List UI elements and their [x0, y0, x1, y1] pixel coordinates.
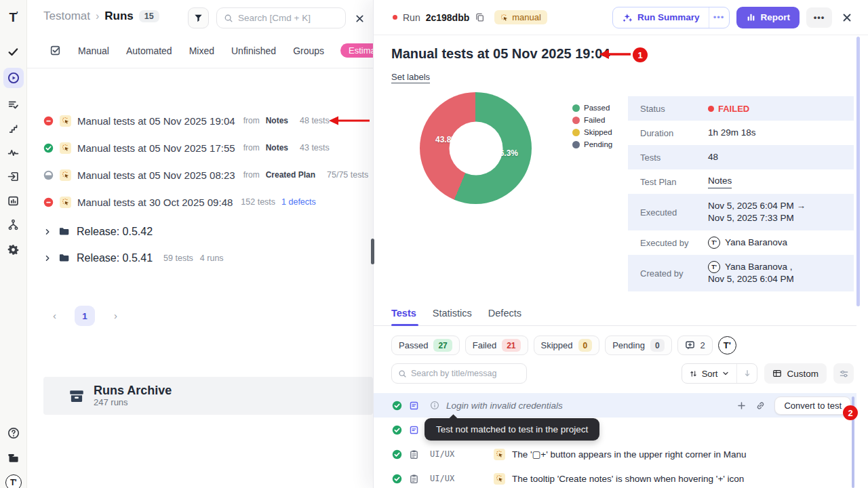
nav-milestones-icon[interactable]	[4, 119, 23, 138]
status-passed-icon	[43, 143, 54, 153]
chip-passed[interactable]: Passed27	[391, 336, 460, 355]
display-settings-button[interactable]	[833, 363, 854, 384]
set-labels-link[interactable]: Set labels	[391, 72, 430, 83]
filter-automated[interactable]: Automated	[126, 45, 172, 56]
folder-name: Release: 0.5.42	[77, 226, 153, 238]
run-from-label: from	[243, 170, 260, 180]
tests-search[interactable]	[391, 363, 527, 384]
nav-import-icon[interactable]	[4, 167, 23, 186]
run-summary-menu-button[interactable]: •••	[709, 7, 729, 28]
search-icon	[224, 14, 233, 23]
chevron-right-icon[interactable]	[43, 254, 52, 262]
archive-icon	[68, 388, 85, 404]
link-icon[interactable]	[755, 401, 766, 411]
folder-runs-count: 4 runs	[200, 253, 224, 263]
comments-count: 2	[701, 340, 705, 350]
projects-icon[interactable]	[4, 448, 23, 467]
more-options-button[interactable]: •••	[806, 7, 832, 28]
folder-tests-count: 59 tests	[163, 253, 193, 263]
filter-unfinished[interactable]: Unfinished	[231, 45, 276, 56]
run-summary-split-button: Run Summary •••	[612, 7, 730, 28]
legend-dot-skipped	[572, 129, 580, 136]
search-input[interactable]	[238, 13, 330, 23]
test-row[interactable]: UI/UX The tooltip 'Create notes' is show…	[374, 466, 856, 488]
arrow-down-icon	[743, 369, 752, 378]
tab-tests[interactable]: Tests	[391, 308, 416, 319]
app-logo[interactable]: T'	[4, 8, 23, 27]
breadcrumb-project[interactable]: Testomat	[43, 9, 90, 23]
run-defects-link[interactable]: 1 defects	[281, 197, 316, 207]
annotation-marker-2: 2	[843, 405, 858, 420]
tests-search-input[interactable]	[411, 369, 519, 378]
assignee-avatar[interactable]: T'	[718, 336, 736, 354]
chip-skipped[interactable]: Skipped0	[534, 336, 600, 355]
sliders-icon	[839, 369, 849, 379]
test-plan-link[interactable]: Notes	[708, 175, 732, 188]
nav-activity-icon[interactable]	[4, 143, 23, 162]
custom-view-button[interactable]: Custom	[764, 363, 827, 384]
filter-mixed[interactable]: Mixed	[189, 45, 214, 56]
run-tests-count: 43 tests	[300, 143, 330, 152]
user-avatar[interactable]: T'	[4, 473, 23, 488]
run-title: Manual tests at 05 Nov 2025 19:04	[77, 115, 235, 127]
select-all-icon[interactable]	[50, 45, 61, 56]
run-row[interactable]: Manual tests at 05 Nov 2025 17:55 from N…	[43, 134, 373, 161]
run-row[interactable]: Manual tests at 05 Nov 2025 19:04 from N…	[43, 107, 373, 134]
filter-estimate-badge[interactable]: Estima	[340, 43, 373, 60]
sort-button[interactable]: Sort	[682, 364, 737, 383]
clipboard-icon	[409, 449, 419, 460]
convert-to-test-button[interactable]: Convert to test	[774, 396, 851, 415]
info-icon[interactable]	[430, 401, 439, 410]
sort-group: Sort	[682, 363, 758, 384]
nav-runs-icon[interactable]	[3, 68, 24, 88]
nav-analytics-icon[interactable]	[4, 191, 23, 210]
breadcrumb-section[interactable]: Runs	[104, 9, 134, 23]
run-row[interactable]: Manual tests at 30 Oct 2025 09:48 152 te…	[43, 188, 373, 216]
close-filters-button[interactable]	[355, 12, 365, 24]
close-panel-icon[interactable]	[842, 12, 852, 23]
sparkles-icon	[622, 12, 633, 23]
page-number[interactable]: 1	[75, 306, 95, 326]
status-failed-value: FAILED	[708, 104, 749, 114]
chevron-right-icon[interactable]	[43, 228, 52, 236]
nav-tasks-icon[interactable]	[4, 42, 23, 61]
folder-row[interactable]: Release: 0.5.41 59 tests 4 runs	[43, 245, 373, 271]
runs-archive[interactable]: Runs Archive 247 runs	[43, 377, 373, 415]
tab-defects[interactable]: Defects	[488, 308, 521, 319]
nav-settings-icon[interactable]	[4, 240, 23, 259]
close-icon	[355, 14, 365, 24]
filter-groups[interactable]: Groups	[293, 45, 324, 56]
report-button[interactable]: Report	[736, 7, 800, 28]
left-panel-scrollbar[interactable]	[371, 239, 374, 264]
add-icon[interactable]	[736, 401, 747, 411]
legend-dot-pending	[572, 141, 580, 148]
sort-direction-button[interactable]	[736, 364, 757, 383]
donut-chart: 43.8% 56.3%	[420, 92, 532, 204]
help-icon[interactable]	[4, 424, 23, 443]
nav-branches-icon[interactable]	[4, 215, 23, 234]
nav-test-plans-icon[interactable]	[4, 95, 23, 114]
prev-page-button[interactable]: ‹	[53, 310, 56, 321]
folder-row[interactable]: Release: 0.5.42	[43, 218, 373, 245]
test-passed-icon	[392, 401, 402, 411]
test-suite-tag: UI/UX	[430, 474, 461, 483]
app-window: T' T' Testomat › Runs 15 Manual Automa	[0, 0, 868, 488]
user-avatar: T'	[708, 261, 720, 273]
copy-icon[interactable]	[475, 12, 485, 22]
filter-button[interactable]	[188, 7, 209, 28]
test-row[interactable]: Login with invalid credentials Convert t…	[374, 393, 856, 418]
run-title-heading: Manual tests at 05 Nov 2025 19:04	[391, 46, 610, 62]
chip-failed[interactable]: Failed21	[465, 336, 528, 355]
filter-manual[interactable]: Manual	[78, 45, 109, 56]
test-row[interactable]: UI/UX The '▢+' button appears in the upp…	[374, 442, 856, 466]
chip-pending[interactable]: Pending0	[605, 336, 671, 355]
runs-search[interactable]	[216, 7, 346, 28]
detail-scrollbar[interactable]	[856, 37, 860, 306]
run-row[interactable]: Manual tests at 05 Nov 2025 08:23 from C…	[43, 161, 373, 188]
next-page-button[interactable]: ›	[114, 310, 117, 321]
chip-comments[interactable]: 2	[677, 336, 713, 355]
run-summary-button[interactable]: Run Summary	[613, 7, 709, 28]
run-type-filters: Manual Automated Mixed Unfinished Groups	[50, 45, 324, 56]
run-from-label: from	[243, 143, 260, 152]
tab-statistics[interactable]: Statistics	[433, 308, 472, 319]
